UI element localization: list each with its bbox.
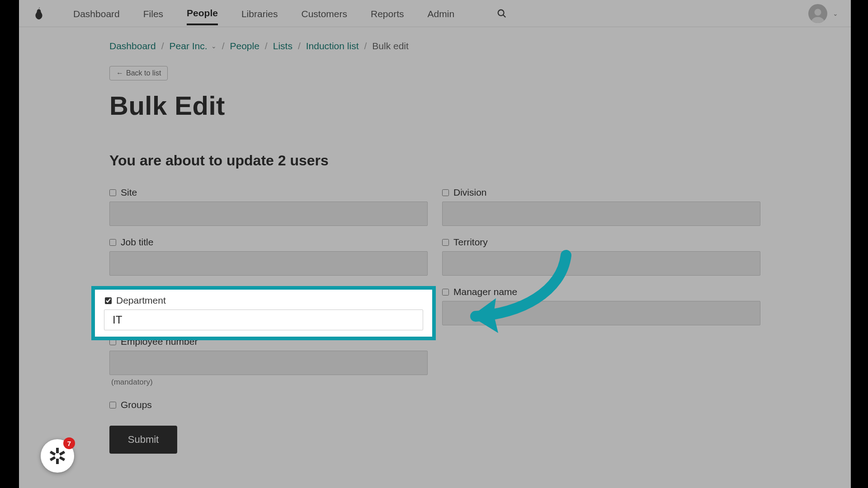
svg-rect-5: [59, 456, 65, 461]
checkbox-job-title[interactable]: [109, 239, 116, 246]
pear-icon: [33, 6, 45, 21]
brand-logo: [32, 5, 46, 22]
input-territory[interactable]: [442, 251, 760, 276]
svg-rect-8: [50, 450, 56, 455]
nav-dashboard[interactable]: Dashboard: [73, 2, 120, 24]
svg-point-2: [815, 9, 821, 15]
svg-rect-7: [50, 456, 56, 461]
field-job-title: Job title: [109, 237, 428, 276]
crumb-lists[interactable]: Lists: [273, 41, 292, 52]
subtitle: You are about to update 2 users: [109, 152, 760, 169]
crumb-listname[interactable]: Induction list: [306, 41, 359, 52]
svg-point-0: [498, 9, 504, 15]
top-nav: Dashboard Files People Libraries Custome…: [19, 0, 851, 27]
input-division[interactable]: [442, 202, 760, 226]
label-manager-name: Manager name: [453, 286, 517, 297]
checkbox-manager-name[interactable]: [442, 289, 449, 296]
arrow-left-icon: ←: [116, 69, 123, 77]
svg-rect-6: [56, 459, 59, 464]
crumb-people[interactable]: People: [230, 41, 259, 52]
search-icon[interactable]: [497, 9, 507, 19]
field-territory: Territory: [442, 237, 760, 276]
label-groups: Groups: [121, 399, 152, 410]
app-frame: Dashboard Files People Libraries Custome…: [19, 0, 851, 488]
input-site[interactable]: [109, 202, 428, 226]
nav-people[interactable]: People: [187, 1, 218, 25]
svg-line-1: [503, 14, 506, 17]
page-title: Bulk Edit: [109, 90, 760, 121]
checkbox-groups[interactable]: [109, 402, 116, 408]
svg-rect-3: [56, 448, 59, 453]
crumb-current: Bulk edit: [372, 41, 409, 52]
back-to-list-button[interactable]: ← Back to list: [109, 66, 168, 80]
content: Dashboard / Pear Inc. ⌄ / People / Lists…: [19, 27, 851, 472]
back-label: Back to list: [126, 69, 161, 77]
input-department[interactable]: [104, 310, 423, 330]
checkbox-department[interactable]: [105, 297, 112, 304]
widget-badge: 7: [63, 437, 75, 449]
nav-libraries[interactable]: Libraries: [241, 2, 278, 24]
label-division: Division: [453, 187, 487, 198]
label-department: Department: [116, 295, 166, 306]
label-job-title: Job title: [121, 237, 153, 248]
checkbox-division[interactable]: [442, 189, 449, 196]
nav-reports[interactable]: Reports: [371, 2, 404, 24]
input-job-title[interactable]: [109, 251, 428, 276]
field-employee-number: Employee number (mandatory): [109, 336, 428, 387]
field-site: Site: [109, 187, 428, 226]
crumb-dashboard[interactable]: Dashboard: [109, 41, 156, 52]
field-manager-name: Manager name: [442, 286, 760, 325]
svg-rect-4: [59, 450, 65, 455]
input-employee-number[interactable]: [109, 351, 428, 375]
nav-admin[interactable]: Admin: [428, 2, 455, 24]
input-manager-name[interactable]: [442, 301, 760, 325]
avatar[interactable]: [808, 4, 827, 23]
field-division: Division: [442, 187, 760, 226]
field-groups: Groups: [109, 399, 428, 414]
checkbox-site[interactable]: [109, 189, 116, 196]
chevron-down-icon[interactable]: ⌄: [211, 42, 217, 50]
label-territory: Territory: [453, 237, 488, 248]
breadcrumb: Dashboard / Pear Inc. ⌄ / People / Lists…: [109, 41, 760, 52]
label-site: Site: [121, 187, 137, 198]
checkbox-territory[interactable]: [442, 239, 449, 246]
help-widget[interactable]: 7: [41, 439, 74, 473]
nav-files[interactable]: Files: [143, 2, 163, 24]
hint-mandatory: (mandatory): [111, 378, 428, 387]
field-department-highlight: Department: [91, 286, 436, 340]
chevron-down-icon[interactable]: ⌄: [833, 10, 838, 17]
nav-items: Dashboard Files People Libraries Custome…: [73, 1, 507, 25]
submit-button[interactable]: Submit: [109, 426, 177, 454]
crumb-company[interactable]: Pear Inc.: [170, 41, 208, 52]
nav-customers[interactable]: Customers: [301, 2, 347, 24]
widget-icon: [48, 447, 66, 465]
